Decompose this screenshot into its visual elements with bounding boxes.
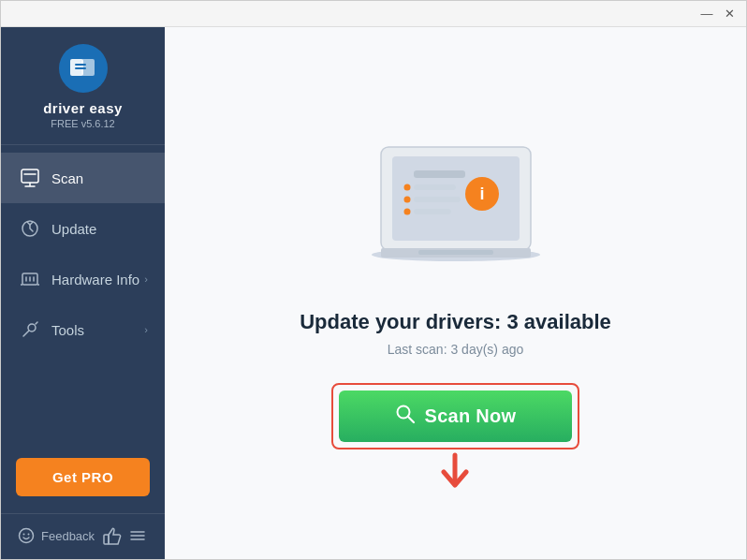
sidebar-item-update-label: Update — [51, 221, 148, 237]
svg-rect-9 — [104, 535, 109, 544]
svg-point-5 — [28, 324, 36, 332]
logo-text: driver easy — [43, 100, 123, 116]
sidebar-item-hardware-label: Hardware Info — [51, 272, 144, 287]
last-scan-text: Last scan: 3 day(s) ago — [388, 342, 524, 357]
svg-text:i: i — [479, 184, 484, 203]
arrow-pointer — [438, 451, 472, 496]
like-button[interactable] — [101, 525, 122, 546]
logo-svg — [68, 53, 98, 83]
hardware-info-icon — [18, 267, 42, 291]
logo-area: driver easy FREE v5.6.12 — [1, 27, 165, 145]
feedback-label: Feedback — [41, 529, 95, 543]
svg-rect-16 — [414, 197, 461, 202]
close-button[interactable]: ✕ — [720, 5, 739, 23]
tools-icon — [18, 317, 42, 342]
main-content: i Update your dr — [165, 27, 746, 559]
svg-point-8 — [28, 534, 30, 536]
sidebar-item-scan[interactable]: Scan — [1, 153, 165, 203]
logo-version: FREE v5.6.12 — [51, 118, 114, 129]
feedback-icon — [18, 527, 35, 544]
minimize-button[interactable]: — — [697, 5, 716, 23]
sidebar-item-hardware-info[interactable]: Hardware Info › — [1, 254, 165, 304]
sidebar: driver easy FREE v5.6.12 Scan — [1, 27, 165, 559]
get-pro-button[interactable]: Get PRO — [16, 458, 150, 496]
scan-icon — [18, 166, 42, 190]
hardware-chevron-icon: › — [144, 273, 148, 285]
logo-icon — [59, 44, 108, 93]
svg-rect-23 — [418, 250, 493, 255]
svg-point-18 — [403, 184, 410, 190]
laptop-illustration: i — [344, 138, 568, 287]
svg-point-6 — [20, 529, 34, 543]
svg-point-20 — [403, 208, 410, 214]
sidebar-item-tools-label: Tools — [51, 322, 144, 338]
main-area: driver easy FREE v5.6.12 Scan — [1, 27, 746, 559]
sidebar-item-tools[interactable]: Tools › — [1, 304, 165, 355]
tools-chevron-icon: › — [144, 324, 148, 335]
update-title: Update your drivers: 3 available — [300, 310, 611, 334]
svg-point-19 — [403, 196, 410, 202]
feedback-button[interactable]: Feedback — [18, 527, 95, 544]
update-icon — [18, 216, 42, 241]
sidebar-item-update[interactable]: Update — [1, 203, 165, 254]
scan-now-button[interactable]: Scan Now — [339, 391, 573, 442]
svg-point-7 — [23, 534, 25, 536]
svg-rect-15 — [414, 184, 456, 190]
list-icon[interactable] — [127, 525, 148, 546]
svg-rect-14 — [414, 170, 465, 178]
scan-now-wrapper: Scan Now — [331, 383, 580, 449]
svg-rect-2 — [22, 169, 38, 183]
sidebar-bottom: Feedback — [1, 513, 165, 559]
scan-now-label: Scan Now — [425, 405, 517, 427]
nav-items: Scan Update — [1, 145, 165, 449]
svg-rect-17 — [414, 209, 451, 214]
sidebar-item-scan-label: Scan — [51, 170, 148, 186]
app-window: — ✕ driver easy FREE v5.6.12 — [0, 0, 747, 560]
title-bar: — ✕ — [1, 1, 746, 27]
search-icon — [395, 404, 416, 429]
